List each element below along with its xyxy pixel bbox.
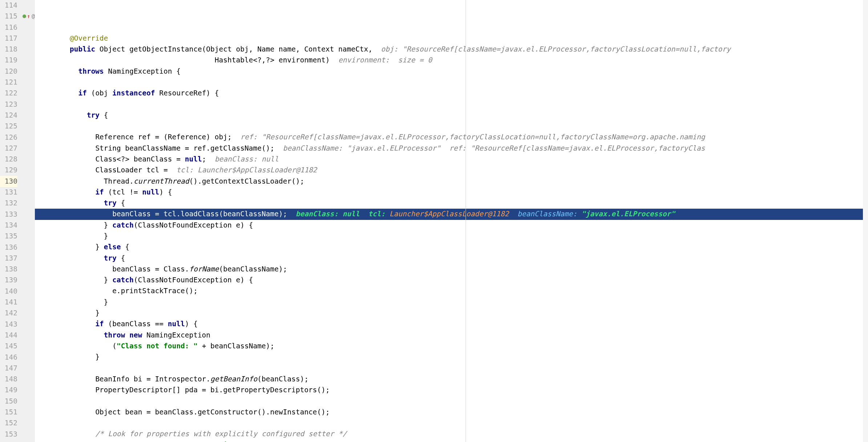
code-line[interactable]: [35, 418, 863, 429]
line-number[interactable]: 143: [0, 319, 17, 330]
code-line[interactable]: [35, 99, 863, 110]
code-line[interactable]: Thread.currentThread().getContextClassLo…: [35, 176, 863, 187]
line-number[interactable]: 120: [0, 66, 17, 77]
line-number[interactable]: 137: [0, 253, 17, 264]
line-number[interactable]: 122: [0, 88, 17, 99]
code-token: try: [87, 111, 104, 119]
line-number[interactable]: 139: [0, 275, 17, 286]
line-number[interactable]: 145: [0, 341, 17, 352]
code-line[interactable]: try {: [35, 110, 863, 121]
code-line[interactable]: }: [35, 308, 863, 319]
line-number[interactable]: 134: [0, 220, 17, 231]
line-number[interactable]: 140: [0, 286, 17, 297]
code-line[interactable]: if (beanClass == null) {: [35, 319, 863, 330]
code-line[interactable]: }: [35, 231, 863, 242]
code-token: }: [95, 309, 100, 317]
code-line[interactable]: /* Look for properties with explicitly c…: [35, 429, 863, 439]
line-number[interactable]: 132: [0, 198, 17, 209]
code-line[interactable]: if (obj instanceof ResourceRef) {: [35, 88, 863, 99]
code-line[interactable]: RefAddr ra = ref.get("forceString");: [35, 440, 863, 442]
code-line[interactable]: try {: [35, 198, 863, 209]
code-line[interactable]: public Object getObjectInstance(Object o…: [35, 44, 863, 55]
code-token: public: [70, 45, 100, 53]
code-token: else: [104, 243, 125, 251]
line-number[interactable]: 117: [0, 33, 17, 44]
code-line[interactable]: Reference ref = (Reference) obj; ref: "R…: [35, 132, 863, 143]
line-number[interactable]: 136: [0, 242, 17, 253]
code-line[interactable]: beanClass = Class.forName(beanClassName)…: [35, 264, 863, 275]
line-number-gutter[interactable]: 1141151161171181191201211221231241251261…: [0, 0, 22, 442]
code-token: + beanClassName);: [198, 342, 274, 350]
line-number[interactable]: 153: [0, 429, 17, 440]
code-line[interactable]: throws NamingException {: [35, 66, 863, 77]
line-number[interactable]: 131: [0, 187, 17, 198]
code-token: {: [104, 111, 108, 119]
code-line[interactable]: [35, 77, 863, 88]
line-number[interactable]: 114: [0, 0, 17, 11]
gutter-override-icon[interactable]: ↑@: [22, 11, 35, 22]
code-line[interactable]: throw new NamingException: [35, 330, 863, 341]
code-line[interactable]: Hashtable<?,?> environment) environment:…: [35, 55, 863, 66]
code-line[interactable]: ClassLoader tcl = tcl: Launcher$AppClass…: [35, 165, 863, 176]
code-line[interactable]: Object bean = beanClass.getConstructor()…: [35, 407, 863, 418]
code-line[interactable]: try {: [35, 253, 863, 264]
code-line[interactable]: @Override: [35, 33, 863, 44]
code-line[interactable]: Class<?> beanClass = null; beanClass: nu…: [35, 154, 863, 165]
line-number[interactable]: 130: [0, 176, 17, 187]
code-token: obj: "ResourceRef[className=javax.el.ELP…: [381, 45, 731, 53]
code-line[interactable]: } catch(ClassNotFoundException e) {: [35, 220, 863, 231]
line-number[interactable]: 123: [0, 99, 17, 110]
code-line[interactable]: beanClass = tcl.loadClass(beanClassName)…: [35, 209, 863, 220]
line-number[interactable]: 144: [0, 330, 17, 341]
code-token: String beanClassName = ref.getClassName(…: [95, 144, 283, 152]
code-token: catch: [112, 221, 134, 229]
line-number[interactable]: 115: [0, 11, 17, 22]
line-number[interactable]: 126: [0, 132, 17, 143]
code-line[interactable]: }: [35, 352, 863, 363]
code-token: {: [121, 254, 125, 262]
line-number[interactable]: 127: [0, 143, 17, 154]
code-line[interactable]: [35, 396, 863, 406]
line-number[interactable]: 121: [0, 77, 17, 88]
line-number[interactable]: 118: [0, 44, 17, 55]
line-number[interactable]: 150: [0, 396, 17, 407]
code-token: NamingException {: [108, 67, 181, 75]
line-number[interactable]: 119: [0, 55, 17, 66]
line-number[interactable]: 128: [0, 154, 17, 165]
vertical-scrollbar[interactable]: [863, 0, 868, 442]
code-token: throw new: [104, 331, 146, 339]
code-token: (tcl !=: [108, 188, 142, 196]
code-line[interactable]: }: [35, 297, 863, 308]
line-number[interactable]: 147: [0, 363, 17, 374]
code-line[interactable]: [35, 121, 863, 132]
code-line[interactable]: PropertyDescriptor[] pda = bi.getPropert…: [35, 385, 863, 396]
line-number[interactable]: 125: [0, 121, 17, 132]
code-line[interactable]: } catch(ClassNotFoundException e) {: [35, 275, 863, 286]
code-line[interactable]: String beanClassName = ref.getClassName(…: [35, 143, 863, 154]
line-number[interactable]: 138: [0, 264, 17, 275]
code-line[interactable]: BeanInfo bi = Introspector.getBeanInfo(b…: [35, 374, 863, 385]
line-number[interactable]: 151: [0, 407, 17, 418]
code-token: {: [125, 243, 130, 251]
code-line[interactable]: if (tcl != null) {: [35, 187, 863, 198]
gutter-icon-strip[interactable]: ↑@: [22, 0, 35, 442]
line-number[interactable]: 116: [0, 22, 17, 33]
line-number[interactable]: 148: [0, 374, 17, 385]
code-token: beanClassName: "javax.el.ELProcessor" re…: [283, 144, 705, 152]
line-number[interactable]: 141: [0, 297, 17, 308]
line-number[interactable]: 149: [0, 385, 17, 396]
code-area[interactable]: @Override public Object getObjectInstanc…: [35, 0, 863, 442]
line-number[interactable]: 133: [0, 209, 17, 220]
line-number[interactable]: 129: [0, 165, 17, 176]
code-line[interactable]: ("Class not found: " + beanClassName);: [35, 341, 863, 352]
code-line[interactable]: } else {: [35, 242, 863, 253]
line-number[interactable]: 124: [0, 110, 17, 121]
line-number[interactable]: 142: [0, 308, 17, 319]
code-line[interactable]: e.printStackTrace();: [35, 286, 863, 296]
line-number[interactable]: 135: [0, 231, 17, 242]
code-token: (beanClass);: [257, 375, 309, 383]
code-token: e.printStackTrace();: [112, 287, 198, 295]
line-number[interactable]: 152: [0, 418, 17, 429]
code-line[interactable]: [35, 363, 863, 374]
line-number[interactable]: 146: [0, 352, 17, 363]
